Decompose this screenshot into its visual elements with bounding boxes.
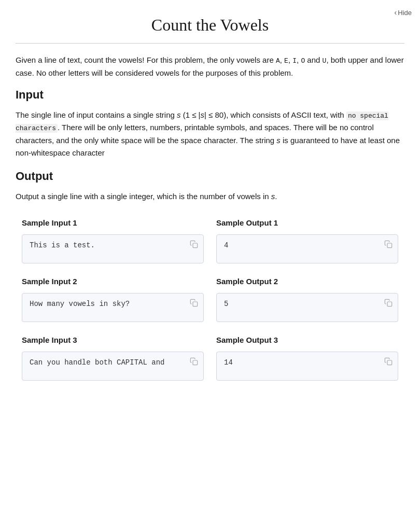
page-title: Count the Vowels: [16, 10, 404, 35]
sample-input-col-2: Sample Input 2 How many vowels in sky?: [16, 272, 210, 328]
samples-container: Sample Input 1 This is a test. Sample Ou…: [16, 213, 404, 387]
input-section: Input The single line of input contains …: [16, 88, 404, 160]
sample-row-2: Sample Input 2 How many vowels in sky? S…: [16, 272, 404, 328]
sample-input-col-3: Sample Input 3 Can you handle both CAPIT…: [16, 330, 210, 387]
output-description: Output a single line with a single integ…: [16, 190, 404, 203]
sample-output-col-1: Sample Output 1 4: [210, 213, 404, 270]
svg-rect-1: [387, 243, 392, 248]
sample-input-text-2: How many vowels in sky?: [30, 299, 196, 310]
output-section: Output Output a single line with a singl…: [16, 170, 404, 203]
sample-input-box-3: Can you handle both CAPITAL and: [22, 352, 204, 381]
input-description: The single line of input contains a sing…: [16, 109, 404, 160]
svg-rect-0: [193, 243, 198, 248]
sample-output-label-1: Sample Output 1: [210, 213, 404, 231]
copy-input-3-icon[interactable]: [189, 356, 199, 367]
sample-output-text-2: 5: [224, 299, 390, 310]
sample-row-1: Sample Input 1 This is a test. Sample Ou…: [16, 213, 404, 270]
copy-output-3-icon[interactable]: [383, 356, 394, 367]
vowel-o: O: [301, 57, 305, 65]
sample-output-box-1: 4: [216, 234, 398, 263]
sample-input-label-2: Sample Input 2: [16, 272, 210, 290]
input-heading: Input: [16, 88, 404, 102]
sample-input-label-3: Sample Input 3: [16, 330, 210, 348]
sample-output-text-1: 4: [224, 240, 390, 251]
sample-output-col-2: Sample Output 2 5: [210, 272, 404, 328]
sample-output-box-3: 14: [216, 352, 398, 381]
sample-input-col-1: Sample Input 1 This is a test.: [16, 213, 210, 270]
svg-rect-3: [387, 302, 392, 306]
sample-output-label-2: Sample Output 2: [210, 272, 404, 290]
sample-input-text-3: Can you handle both CAPITAL and: [30, 357, 196, 368]
sample-input-label-1: Sample Input 1: [16, 213, 210, 231]
copy-output-2-icon[interactable]: [383, 298, 394, 308]
copy-output-1-icon[interactable]: [383, 239, 394, 249]
title-divider: [16, 43, 404, 44]
vowel-u: U: [323, 57, 327, 65]
hide-label: Hide: [398, 9, 412, 17]
sample-output-col-3: Sample Output 3 14: [210, 330, 404, 387]
output-heading: Output: [16, 170, 404, 183]
svg-rect-2: [193, 302, 198, 306]
hide-button[interactable]: Hide: [395, 8, 412, 17]
sample-output-label-3: Sample Output 3: [210, 330, 404, 348]
vowel-a: A: [276, 57, 280, 65]
copy-input-1-icon[interactable]: [189, 239, 199, 249]
sample-output-text-3: 14: [224, 357, 390, 368]
vowel-e: E: [284, 57, 288, 65]
sample-input-box-2: How many vowels in sky?: [22, 293, 204, 322]
copy-input-2-icon[interactable]: [189, 298, 199, 308]
problem-description: Given a line of text, count the vowels! …: [16, 54, 404, 80]
sample-input-text-1: This is a test.: [30, 240, 196, 251]
sample-output-box-2: 5: [216, 293, 398, 322]
sample-row-3: Sample Input 3 Can you handle both CAPIT…: [16, 330, 404, 387]
vowel-i: I: [292, 57, 297, 65]
sample-input-box-1: This is a test.: [22, 234, 204, 263]
svg-rect-5: [387, 360, 392, 365]
svg-rect-4: [193, 360, 198, 365]
